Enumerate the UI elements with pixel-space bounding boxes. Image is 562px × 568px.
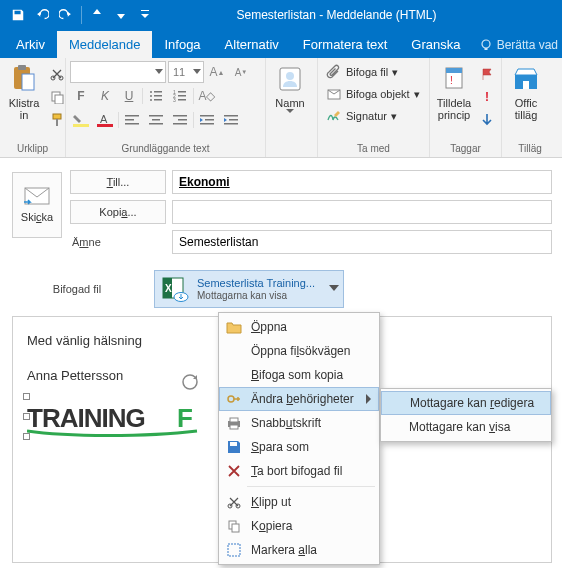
- office-addins-button[interactable]: Offic tilläg: [506, 61, 546, 123]
- resize-handle[interactable]: [23, 433, 30, 440]
- italic-button[interactable]: K: [94, 85, 116, 107]
- tab-meddelande[interactable]: Meddelande: [57, 31, 153, 58]
- next-icon[interactable]: [109, 3, 133, 27]
- grow-font-icon[interactable]: A▲: [206, 61, 228, 83]
- svg-text:3: 3: [173, 97, 176, 102]
- svg-rect-63: [232, 524, 239, 532]
- save-icon[interactable]: [6, 3, 30, 27]
- subject-field[interactable]: [172, 230, 552, 254]
- shrink-font-icon[interactable]: A▼: [230, 61, 252, 83]
- menu-copy[interactable]: Kopiera: [219, 514, 379, 538]
- cut-icon[interactable]: [46, 63, 68, 85]
- low-importance-icon[interactable]: [476, 109, 498, 131]
- menu-attach-copy[interactable]: Bifoga som kopia: [219, 363, 379, 387]
- clear-format-icon[interactable]: A◇: [196, 85, 218, 107]
- svg-rect-29: [149, 115, 163, 117]
- names-button[interactable]: Namn: [270, 61, 310, 116]
- address-book-icon: [274, 63, 306, 95]
- menu-cut[interactable]: Klipp ut: [219, 490, 379, 514]
- attachment-chip[interactable]: X Semesterlista Training... Mottagarna k…: [154, 270, 344, 308]
- store-icon: [510, 63, 542, 95]
- subject-label: Ämne: [70, 236, 166, 248]
- high-importance-icon[interactable]: !: [476, 86, 498, 108]
- svg-rect-4: [22, 74, 34, 90]
- paste-button[interactable]: Klistra in: [4, 61, 44, 123]
- outdent-icon[interactable]: [196, 109, 218, 131]
- printer-icon: [225, 416, 243, 430]
- rotate-handle-icon[interactable]: [181, 373, 199, 391]
- format-painter-icon[interactable]: [46, 109, 68, 131]
- key-icon: [225, 392, 243, 406]
- menu-change-permissions[interactable]: Ändra behörigheter: [219, 387, 379, 411]
- bold-button[interactable]: F: [70, 85, 92, 107]
- attachment-row: Bifogad fil X Semesterlista Training... …: [0, 270, 562, 308]
- cc-field[interactable]: [172, 200, 552, 224]
- signature-button[interactable]: Signatur▾: [322, 105, 401, 127]
- resize-handle[interactable]: [23, 413, 30, 420]
- chevron-down-icon: [155, 69, 163, 75]
- align-center-icon[interactable]: [145, 109, 167, 131]
- indent-icon[interactable]: [220, 109, 242, 131]
- align-right-icon[interactable]: [169, 109, 191, 131]
- compose-header: Skicka Till... Kopia... Ämne: [0, 158, 562, 264]
- copy-icon[interactable]: [46, 86, 68, 108]
- tab-alternativ[interactable]: Alternativ: [213, 31, 291, 58]
- assign-policy-button[interactable]: ! Tilldela princip: [434, 61, 474, 123]
- resize-handle[interactable]: [23, 393, 30, 400]
- attach-file-button[interactable]: Bifoga fil▾: [322, 61, 402, 83]
- numbering-icon[interactable]: 123: [169, 85, 191, 107]
- menu-remove-attachment[interactable]: Ta bort bifogad fil: [219, 459, 379, 483]
- svg-rect-18: [178, 91, 186, 93]
- submenu-can-view[interactable]: Mottagare kan visa: [381, 415, 551, 439]
- to-button[interactable]: Till...: [70, 170, 166, 194]
- svg-rect-12: [154, 91, 162, 93]
- chevron-down-icon[interactable]: [329, 285, 339, 293]
- tab-infoga[interactable]: Infoga: [152, 31, 212, 58]
- svg-point-13: [150, 95, 152, 97]
- group-basic-text: 11 A▲ A▼ F K U 123 A◇ A: [66, 58, 266, 157]
- attach-item-button[interactable]: Bifoga objekt▾: [322, 83, 424, 105]
- ribbon: Klistra in Urklipp 11 A▲ A▼ F K U: [0, 58, 562, 158]
- font-color-icon[interactable]: A: [94, 109, 116, 131]
- svg-rect-26: [125, 115, 139, 117]
- signature-logo[interactable]: TRAINING F: [27, 397, 227, 441]
- to-field[interactable]: [172, 170, 552, 194]
- tab-arkiv[interactable]: Arkiv: [4, 31, 57, 58]
- attachment-status: Mottagarna kan visa: [197, 290, 315, 302]
- redo-icon[interactable]: [54, 3, 78, 27]
- menu-open-path[interactable]: Öppna filsökvägen: [219, 339, 379, 363]
- font-name-combo[interactable]: [70, 61, 166, 83]
- cc-button[interactable]: Kopia...: [70, 200, 166, 224]
- submenu-can-edit[interactable]: Mottagare kan redigera: [381, 391, 551, 415]
- svg-rect-34: [173, 123, 187, 125]
- menu-open[interactable]: Öppna: [219, 315, 379, 339]
- send-button[interactable]: Skicka: [12, 172, 62, 238]
- align-left-icon[interactable]: [121, 109, 143, 131]
- svg-rect-28: [125, 123, 139, 125]
- group-clipboard: Klistra in Urklipp: [0, 58, 66, 157]
- underline-button[interactable]: U: [118, 85, 140, 107]
- svg-rect-22: [178, 99, 186, 101]
- svg-rect-9: [53, 114, 61, 119]
- select-all-icon: [225, 543, 243, 557]
- paste-icon: [8, 63, 40, 95]
- tab-granska[interactable]: Granska: [399, 31, 472, 58]
- svg-point-42: [286, 72, 294, 80]
- tell-me-search[interactable]: Berätta vad: [475, 38, 562, 58]
- tab-formatera[interactable]: Formatera text: [291, 31, 400, 58]
- menu-quick-print[interactable]: Snabbutskrift: [219, 411, 379, 435]
- follow-up-icon[interactable]: [476, 63, 498, 85]
- qat-customize-icon[interactable]: [133, 3, 157, 27]
- bullets-icon[interactable]: [145, 85, 167, 107]
- undo-icon[interactable]: [30, 3, 54, 27]
- svg-rect-20: [178, 95, 186, 97]
- menu-save-as[interactable]: Spara som: [219, 435, 379, 459]
- menu-select-all[interactable]: Markera alla: [219, 538, 379, 562]
- previous-icon[interactable]: [85, 3, 109, 27]
- svg-text:TRAINING: TRAINING: [27, 403, 145, 433]
- svg-rect-33: [178, 119, 187, 121]
- font-size-combo[interactable]: 11: [168, 61, 204, 83]
- quick-access-toolbar: Semesterlistan - Meddelande (HTML): [0, 0, 562, 30]
- svg-rect-59: [230, 425, 238, 429]
- highlight-icon[interactable]: [70, 109, 92, 131]
